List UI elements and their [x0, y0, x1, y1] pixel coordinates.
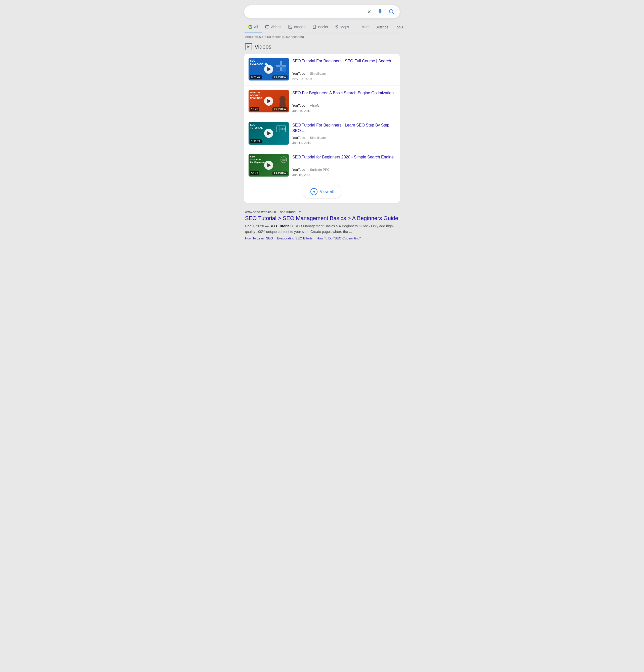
video-thumbnail-3: SEOTUTORIAL SEO 2:31:22 [249, 122, 289, 145]
organic-title[interactable]: SEO Tutorial > SEO Management Basics > A… [245, 215, 399, 222]
preview-label-4: PREVIEW [272, 171, 287, 175]
tab-books-label: Books [318, 25, 328, 29]
tab-all[interactable]: All [245, 22, 262, 33]
microphone-icon [377, 9, 383, 15]
video-item-4[interactable]: SEOTUTORIALFor Beginners SEO 50:42 PREVI… [244, 150, 400, 182]
play-triangle-4 [267, 163, 271, 167]
video-title-4[interactable]: SEO Tutorial for Beginners 2020 - Simple… [292, 154, 395, 166]
tab-maps-label: Maps [341, 25, 349, 29]
thumb-label-2: IMPROVEGOOGLERANKINGS [250, 91, 262, 99]
video-duration-3: 2:31:22 [250, 139, 262, 143]
video-source-2: YouTube [292, 104, 305, 107]
snippet-bold: SEO Tutorial [270, 224, 290, 228]
sitelink-2[interactable]: Evaporating SEO Efforts [277, 237, 312, 240]
thumb-label-3: SEOTUTORIAL [250, 123, 263, 130]
video-info-4: SEO Tutorial for Beginners 2020 - Simple… [292, 154, 395, 178]
svg-rect-17 [282, 67, 286, 71]
svg-rect-16 [276, 67, 281, 71]
clear-button[interactable] [366, 9, 372, 15]
preview-label-1: PREVIEW [272, 75, 287, 79]
svg-point-12 [359, 27, 360, 27]
video-thumbnail-2: IMPROVEGOOGLERANKINGS 19:40 PREVIEW [249, 90, 289, 112]
video-channel-2: Ahrefs [310, 104, 320, 107]
video-date-4: Jun 16, 2020 [292, 173, 311, 177]
svg-rect-7 [313, 25, 315, 28]
organic-url: www.hobo-web.co.uk › seo-tutorial [245, 210, 399, 214]
video-thumbnail-4: SEOTUTORIALFor Beginners SEO 50:42 PREVI… [249, 154, 289, 177]
video-info-3: SEO Tutorial For Beginners | Learn SEO S… [292, 122, 395, 146]
organic-path: seo-tutorial [280, 210, 296, 214]
search-input[interactable]: seo tutorial [248, 9, 366, 15]
view-all-row: View all [244, 182, 400, 203]
tools-tab[interactable]: Tools [392, 23, 406, 32]
play-button-4[interactable] [264, 161, 273, 170]
tab-books[interactable]: Books [309, 22, 331, 32]
svg-rect-15 [282, 61, 286, 65]
tab-maps[interactable]: Maps [331, 22, 353, 32]
map-icon [335, 25, 339, 29]
video-item-2[interactable]: IMPROVEGOOGLERANKINGS 19:40 PREVIEW SEO … [244, 86, 400, 118]
play-button-2[interactable] [264, 97, 273, 106]
play-triangle-1 [267, 67, 271, 71]
video-item-3[interactable]: SEOTUTORIAL SEO 2:31:22 SEO Tutorial For… [244, 118, 400, 150]
video-meta-1: YouTube · Simplilearn Nov 19, 2019 [292, 71, 395, 82]
video-source-3: YouTube [292, 136, 305, 140]
video-duration-4: 50:42 [250, 171, 259, 175]
video-date-1: Nov 19, 2019 [292, 77, 312, 81]
video-meta-2: YouTube · Ahrefs Jun 25, 2018 [292, 103, 395, 114]
tabs-row: All Videos Images Books [244, 22, 400, 33]
search-button[interactable] [387, 8, 396, 16]
svg-marker-4 [267, 26, 268, 27]
search-icon [389, 9, 395, 15]
arrow-right-icon [312, 190, 316, 193]
tab-more[interactable]: More [353, 22, 373, 32]
svg-point-11 [358, 27, 358, 27]
results-count: About 75,500,000 results (0.62 seconds) [244, 35, 400, 39]
microphone-button[interactable] [376, 8, 384, 16]
videos-section-header: Videos [244, 43, 400, 50]
svg-point-10 [357, 27, 357, 27]
url-dropdown-arrow[interactable] [299, 211, 301, 213]
organic-snippet: Dec 1, 2020 — SEO Tutorial > SEO Managem… [245, 223, 399, 235]
video-date-2: Jun 25, 2018 [292, 109, 311, 113]
view-all-button[interactable]: View all [303, 185, 342, 199]
view-all-label: View all [320, 189, 334, 194]
video-item-1[interactable]: SEOFULL COURSE 8:26:47 PREVIEW SEO Tutor… [244, 54, 400, 86]
play-button-1[interactable] [264, 65, 273, 74]
videos-card: SEOFULL COURSE 8:26:47 PREVIEW SEO Tutor… [244, 54, 400, 203]
sitelinks: How To Learn SEO Evaporating SEO Efforts… [245, 237, 399, 240]
settings-tab[interactable]: Settings [373, 23, 391, 32]
sitelink-3[interactable]: How To Do "SEO Copywriting" [317, 237, 360, 240]
close-icon [367, 10, 372, 14]
svg-text:SEO: SEO [282, 159, 287, 161]
play-triangle-2 [267, 99, 271, 103]
video-title-3[interactable]: SEO Tutorial For Beginners | Learn SEO S… [292, 122, 395, 134]
video-thumbnail-1: SEOFULL COURSE 8:26:47 PREVIEW [249, 58, 289, 81]
play-triangle-3 [267, 131, 271, 135]
google-icon [248, 25, 253, 29]
svg-rect-0 [380, 13, 380, 14]
book-icon [312, 25, 317, 29]
play-icon [265, 25, 269, 29]
preview-label-2: PREVIEW [272, 107, 287, 111]
video-title-1[interactable]: SEO Tutorial For Beginners | SEO Full Co… [292, 58, 395, 70]
image-icon [288, 25, 292, 29]
tab-images[interactable]: Images [285, 22, 309, 32]
video-channel-1: Simplilearn [310, 72, 326, 75]
video-info-2: SEO For Beginners: A Basic Search Engine… [292, 90, 395, 113]
video-meta-3: YouTube · Simplilearn Jan 11, 2019 [292, 135, 395, 146]
play-button-3[interactable] [264, 129, 273, 138]
svg-text:SEO: SEO [281, 128, 286, 131]
tab-videos[interactable]: Videos [262, 22, 285, 32]
snippet-date: Dec 1, 2020 [245, 224, 264, 228]
organic-domain: www.hobo-web.co.uk [245, 210, 276, 214]
video-date-3: Jan 11, 2019 [292, 141, 311, 145]
video-source-1: YouTube [292, 72, 305, 75]
svg-marker-13 [248, 46, 250, 48]
dots-icon [356, 25, 360, 29]
svg-rect-14 [276, 61, 281, 65]
svg-point-6 [289, 26, 290, 27]
video-title-2[interactable]: SEO For Beginners: A Basic Search Engine… [292, 90, 395, 101]
sitelink-1[interactable]: How To Learn SEO [245, 237, 273, 240]
arrow-circle [310, 188, 318, 195]
